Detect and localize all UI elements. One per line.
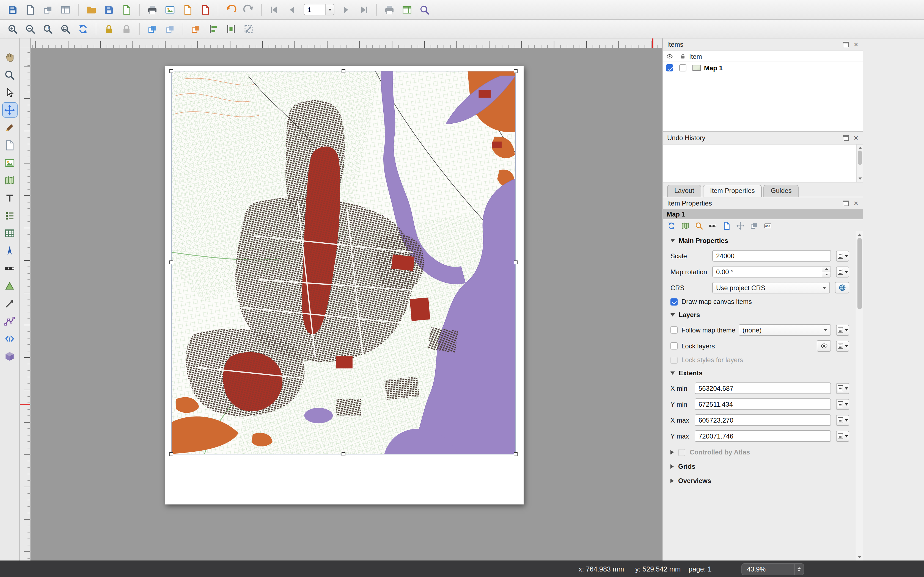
undo-panel-close-button[interactable]: ✕ [854,135,859,141]
save-as-template-button[interactable] [102,2,116,17]
scroll-up-arrow-icon[interactable] [857,145,863,151]
add-html-tool[interactable] [2,331,17,346]
add-page-tool[interactable] [2,137,17,153]
save-project-button[interactable] [5,2,20,17]
draw-map-canvas-items-checkbox[interactable] [670,298,678,305]
item-properties-scrollbar[interactable] [856,231,863,561]
extent-data-defined-button[interactable] [836,383,849,394]
layout-manager-button[interactable] [58,2,73,17]
resize-handle-top-left[interactable] [170,69,173,73]
map-rotation-input[interactable] [712,266,831,277]
item-properties-float-button[interactable] [844,201,849,206]
page-number-dropdown-button[interactable] [325,5,334,15]
add-north-arrow-tool[interactable] [2,243,17,258]
duplicate-layout-button[interactable] [41,2,55,17]
add-items-from-template-button[interactable] [120,2,134,17]
extent-input[interactable] [695,430,831,442]
undo-history-entry[interactable] [663,161,863,169]
redo-button[interactable] [241,2,256,17]
crs-combo[interactable]: Use project CRS [712,282,830,293]
preview-atlas-button[interactable] [417,2,432,17]
section-overviews[interactable]: Overviews [663,477,856,485]
extent-data-defined-button[interactable] [836,399,849,410]
scrollbar-thumb[interactable] [858,238,862,309]
align-selected-items-button[interactable] [206,22,221,36]
zoom-out-button[interactable] [23,22,37,36]
select-move-item-tool[interactable] [2,85,17,100]
view-extent-in-canvas-button[interactable] [693,220,704,231]
interactive-extent-edit-button[interactable] [735,220,746,231]
export-as-pdf-button[interactable] [198,2,212,17]
add-shape-tool[interactable] [2,278,17,293]
spin-up-button[interactable] [822,266,830,272]
scroll-down-arrow-icon[interactable] [856,554,863,560]
add-table-tool[interactable] [2,225,17,241]
scale-input[interactable] [712,250,831,261]
item-properties-close-button[interactable]: ✕ [854,200,859,206]
undo-button[interactable] [224,2,238,17]
lock-layers-checkbox[interactable] [670,342,678,350]
set-extent-from-canvas-button[interactable] [680,220,691,231]
items-row-map1[interactable]: Map 1 [663,62,863,74]
ungroup-items-button[interactable] [163,22,177,36]
scrollbar-thumb[interactable] [858,151,862,165]
items-panel-close-button[interactable]: ✕ [854,42,859,48]
items-panel-float-button[interactable] [844,42,849,47]
scroll-down-arrow-icon[interactable] [857,176,863,181]
new-layout-button[interactable] [23,2,37,17]
group-items-button[interactable] [145,22,160,36]
add-legend-tool[interactable] [2,208,17,223]
lock-layers-data-defined-button[interactable] [836,340,849,351]
add-map-tool[interactable] [2,172,17,188]
export-as-svg-button[interactable] [180,2,195,17]
section-layers[interactable]: Layers [663,306,856,320]
atlas-first-feature-button[interactable] [267,2,282,17]
raise-selected-items-button[interactable] [189,22,203,36]
tab-guides[interactable]: Guides [764,185,799,197]
scroll-up-arrow-icon[interactable] [856,232,863,237]
unlock-all-items-button[interactable] [120,22,134,36]
tab-item-properties[interactable]: Item Properties [703,185,762,197]
spin-down-button[interactable] [822,272,830,277]
extent-input[interactable] [695,398,831,410]
atlas-last-feature-button[interactable] [356,2,371,17]
map1-lock-checkbox[interactable] [679,64,686,71]
add-picture-tool[interactable] [2,155,17,170]
edit-nodes-item-tool[interactable] [2,120,17,135]
add-3d-map-tool[interactable] [2,348,17,364]
atlas-previous-feature-button[interactable] [285,2,299,17]
lock-selected-items-button[interactable] [102,22,116,36]
section-extents[interactable]: Extents [663,364,856,378]
map1-visibility-checkbox[interactable] [666,64,673,71]
undo-history-entry[interactable] [663,145,863,153]
section-grids[interactable]: Grids [663,463,856,471]
extent-data-defined-button[interactable] [836,430,849,442]
resize-items-button[interactable] [241,22,256,36]
resize-handle-bottom[interactable] [341,452,345,456]
zoom-stepper[interactable] [794,564,804,575]
labeling-settings-button[interactable] [762,220,773,231]
set-scale-from-canvas-button[interactable] [707,220,718,231]
refresh-view-button[interactable] [76,22,90,36]
visible-layers-button[interactable] [817,340,831,352]
print-atlas-button[interactable] [382,2,397,17]
open-folder-button[interactable] [84,2,99,17]
distribute-items-button[interactable] [224,22,238,36]
atlas-settings-button[interactable] [400,2,414,17]
print-layout-button[interactable] [145,2,160,17]
section-controlled-by-atlas[interactable]: Controlled by Atlas [663,448,856,456]
update-map-preview-button[interactable] [666,220,677,231]
theme-data-defined-button[interactable] [836,324,849,335]
export-as-image-button[interactable] [163,2,177,17]
zoom-layout-tool[interactable] [2,67,17,82]
map-item-map1[interactable] [171,71,516,455]
pan-layout-tool[interactable] [2,50,17,65]
zoom-in-button[interactable] [5,22,20,36]
map-theme-combo[interactable]: (none) [739,324,831,336]
rotation-data-defined-button[interactable] [836,266,849,277]
resize-handle-top[interactable] [341,69,345,73]
follow-map-theme-checkbox[interactable] [670,326,678,334]
clipping-settings-button[interactable] [748,220,759,231]
bookmark-extent-button[interactable] [721,220,732,231]
resize-handle-bottom-right[interactable] [514,452,517,456]
